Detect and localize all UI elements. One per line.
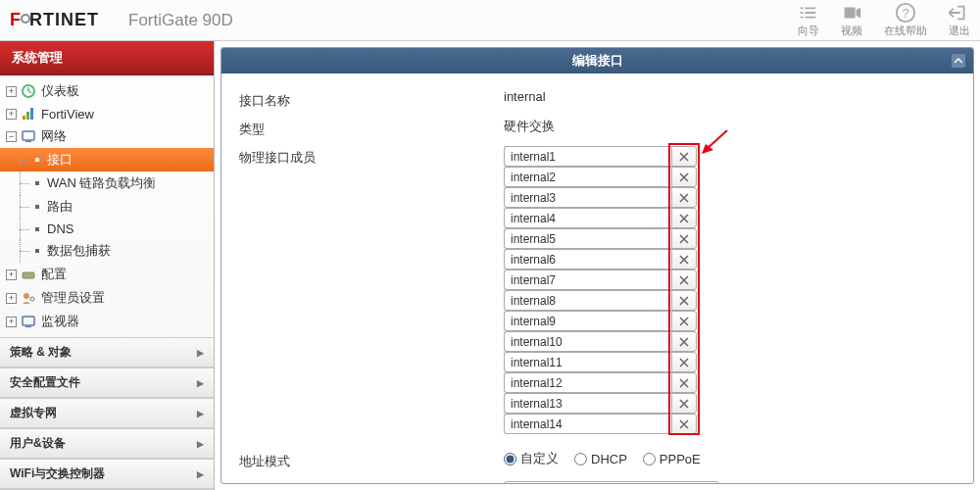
member-row: internal7 bbox=[504, 270, 697, 290]
chevron-up-icon bbox=[955, 57, 962, 65]
panel-title: 编辑接口 bbox=[221, 48, 973, 74]
members-label: 物理接口成员 bbox=[239, 146, 504, 167]
member-remove-button[interactable] bbox=[671, 372, 697, 393]
member-remove-button[interactable] bbox=[671, 414, 697, 434]
close-icon bbox=[679, 399, 689, 409]
ip-input[interactable] bbox=[504, 481, 719, 483]
member-remove-button[interactable] bbox=[671, 187, 697, 208]
video-action[interactable]: 视频 bbox=[841, 2, 862, 38]
expander-icon[interactable]: + bbox=[6, 317, 17, 327]
tree-icon bbox=[21, 267, 36, 282]
tree-child-3[interactable]: DNS bbox=[0, 219, 214, 239]
tree-icon bbox=[21, 106, 36, 122]
member-remove-button[interactable] bbox=[671, 393, 697, 414]
expander-icon[interactable]: + bbox=[6, 109, 17, 120]
member-remove-button[interactable] bbox=[671, 249, 697, 270]
member-row: internal3 bbox=[504, 187, 697, 208]
tree-item-0[interactable]: +仪表板 bbox=[0, 79, 214, 103]
interface-name-value: internal bbox=[504, 89, 956, 104]
section-3[interactable]: 用户&设备▶ bbox=[0, 428, 214, 459]
svg-rect-5 bbox=[30, 108, 33, 120]
logout-action[interactable]: 退出 bbox=[949, 2, 970, 38]
member-remove-button[interactable] bbox=[671, 228, 697, 249]
member-name[interactable]: internal5 bbox=[504, 228, 671, 249]
expander-icon[interactable]: − bbox=[6, 131, 17, 142]
tree-item-1[interactable]: +FortiView bbox=[0, 103, 214, 124]
tree-item-3[interactable]: +配置 bbox=[0, 263, 214, 286]
close-icon bbox=[679, 419, 689, 429]
member-remove-button[interactable] bbox=[671, 167, 697, 187]
radio-input[interactable] bbox=[504, 453, 516, 466]
addr-mode-option-0[interactable]: 自定义 bbox=[504, 450, 559, 467]
tree-item-5[interactable]: +监视器 bbox=[0, 310, 214, 333]
member-name[interactable]: internal14 bbox=[504, 414, 671, 434]
member-name[interactable]: internal8 bbox=[504, 290, 671, 311]
tree-child-2[interactable]: 路由 bbox=[0, 195, 214, 219]
section-1[interactable]: 安全配置文件▶ bbox=[0, 368, 214, 398]
member-name[interactable]: internal10 bbox=[504, 331, 671, 352]
tree-item-4[interactable]: +管理员设置 bbox=[0, 286, 214, 310]
chevron-right-icon: ▶ bbox=[197, 348, 204, 358]
chevron-right-icon: ▶ bbox=[197, 469, 204, 479]
svg-rect-12 bbox=[25, 326, 31, 327]
member-name[interactable]: internal11 bbox=[504, 352, 671, 372]
member-remove-button[interactable] bbox=[671, 270, 697, 290]
member-remove-button[interactable] bbox=[671, 352, 697, 372]
interface-name-label: 接口名称 bbox=[239, 89, 504, 110]
sidebar-section-system[interactable]: 系统管理 bbox=[0, 41, 214, 75]
member-remove-button[interactable] bbox=[671, 311, 697, 331]
member-remove-button[interactable] bbox=[671, 146, 697, 167]
member-name[interactable]: internal13 bbox=[504, 393, 671, 414]
svg-rect-7 bbox=[25, 141, 31, 142]
section-0[interactable]: 策略 & 对象▶ bbox=[0, 337, 214, 368]
sidebar-tree: +仪表板+FortiView−网络接口WAN 链路负载均衡路由DNS数据包捕获+… bbox=[0, 75, 214, 337]
member-name[interactable]: internal1 bbox=[504, 146, 671, 167]
logo-o-icon bbox=[21, 14, 30, 24]
content-area: 编辑接口 接口名称 internal 类型 硬件交换 物理接口成员 bbox=[215, 41, 980, 490]
svg-rect-6 bbox=[23, 131, 34, 140]
tree-child-4[interactable]: 数据包捕获 bbox=[0, 239, 214, 263]
tree-child-1[interactable]: WAN 链路负载均衡 bbox=[0, 172, 214, 195]
member-remove-button[interactable] bbox=[671, 290, 697, 311]
tree-child-0[interactable]: 接口 bbox=[0, 148, 214, 172]
close-icon bbox=[679, 358, 689, 368]
member-row: internal13 bbox=[504, 393, 697, 414]
expander-icon[interactable]: + bbox=[6, 270, 17, 280]
member-remove-button[interactable] bbox=[671, 208, 697, 228]
member-name[interactable]: internal12 bbox=[504, 372, 671, 393]
radio-input[interactable] bbox=[574, 453, 587, 466]
close-icon bbox=[679, 317, 689, 326]
member-row: internal9 bbox=[504, 311, 697, 331]
member-row: internal5 bbox=[504, 228, 697, 249]
member-row: internal14 bbox=[504, 414, 697, 434]
member-name[interactable]: internal6 bbox=[504, 249, 671, 270]
close-icon bbox=[679, 172, 689, 182]
section-2[interactable]: 虚拟专网▶ bbox=[0, 398, 214, 428]
ip-label: IP/网络掩码 bbox=[253, 478, 504, 483]
member-remove-button[interactable] bbox=[671, 331, 697, 352]
member-name[interactable]: internal2 bbox=[504, 167, 671, 187]
bullet-icon bbox=[35, 158, 39, 162]
edit-interface-panel: 编辑接口 接口名称 internal 类型 硬件交换 物理接口成员 bbox=[220, 47, 974, 484]
panel-collapse-button[interactable] bbox=[952, 54, 965, 68]
member-name[interactable]: internal4 bbox=[504, 208, 671, 228]
member-name[interactable]: internal9 bbox=[504, 311, 671, 331]
member-name[interactable]: internal3 bbox=[504, 187, 671, 208]
expander-icon[interactable]: + bbox=[6, 86, 17, 97]
help-action[interactable]: ? 在线帮助 bbox=[884, 2, 927, 38]
chevron-right-icon: ▶ bbox=[197, 439, 204, 449]
brand-logo: FRTINET bbox=[10, 10, 99, 30]
member-name[interactable]: internal7 bbox=[504, 270, 671, 290]
wizard-action[interactable]: 向导 bbox=[798, 2, 819, 38]
close-icon bbox=[679, 275, 689, 285]
section-4[interactable]: WiFi与交换控制器▶ bbox=[0, 459, 214, 489]
radio-input[interactable] bbox=[643, 453, 656, 466]
product-name: FortiGate 90D bbox=[128, 11, 233, 30]
expander-icon[interactable]: + bbox=[6, 293, 17, 304]
tree-item-2[interactable]: −网络 bbox=[0, 124, 214, 148]
addr-mode-label: 地址模式 bbox=[239, 450, 504, 470]
bullet-icon bbox=[35, 205, 39, 209]
addr-mode-option-2[interactable]: PPPoE bbox=[643, 452, 701, 466]
sidebar: 系统管理 +仪表板+FortiView−网络接口WAN 链路负载均衡路由DNS数… bbox=[0, 41, 215, 490]
addr-mode-option-1[interactable]: DHCP bbox=[574, 452, 627, 466]
